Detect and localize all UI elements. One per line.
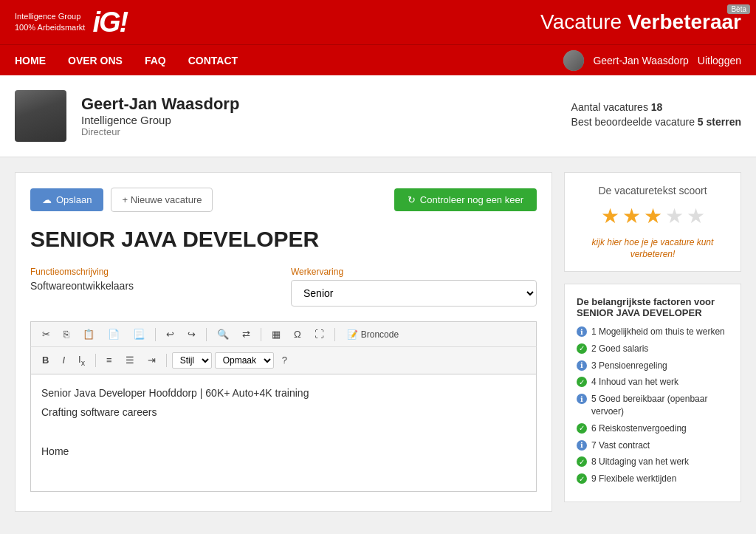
header-title: Vacature Verbeteraar — [540, 10, 741, 34]
nav-logout[interactable]: Uitloggen — [698, 55, 741, 66]
factors-list: ℹ1 Mogelijkheid om thuis te werken✓2 Goe… — [577, 326, 729, 485]
stars-row: ★ ★ ★ ★ ★ — [577, 204, 729, 228]
stat-vacatures: Aantal vacatures 18 — [571, 101, 741, 113]
copy-button[interactable]: ⎘ — [58, 326, 75, 342]
form-row: Functieomschrijving Softwareontwikkelaar… — [30, 267, 537, 307]
functie-label: Functieomschrijving — [30, 267, 276, 277]
find-button[interactable]: 🔍 — [212, 326, 234, 342]
opmaak-dropdown[interactable]: Opmaak — [215, 352, 274, 369]
code-icon: 📝 — [347, 329, 358, 340]
refresh-icon: ↻ — [408, 194, 416, 205]
undo-button[interactable]: ↩ — [161, 326, 179, 342]
factor-item: ℹ5 Goed bereikbaar (openbaar vervoer) — [577, 393, 729, 418]
factor-icon: ✓ — [577, 423, 587, 434]
functie-value: Softwareontwikkelaars — [30, 280, 276, 292]
profile-info: Geert-Jan Waasdorp Intelligence Group Di… — [81, 95, 512, 137]
divider4 — [334, 328, 335, 341]
redo-button[interactable]: ↪ — [182, 326, 201, 342]
logo-ig: iG! — [92, 7, 127, 38]
factor-text: 7 Vast contract — [591, 439, 729, 452]
factor-item: ℹ7 Vast contract — [577, 439, 729, 452]
editor-content[interactable]: Senior Java Developer Hoofddorp | 60K+ A… — [30, 374, 537, 492]
nav-over-ons[interactable]: OVER ONS — [68, 47, 123, 74]
factor-icon: ✓ — [577, 377, 587, 387]
star-4: ★ — [665, 204, 684, 228]
star-1: ★ — [601, 204, 619, 228]
nav-username: Geert-Jan Waasdorp — [593, 55, 688, 66]
right-panel: De vacaturetekst scoort ★ ★ ★ ★ ★ kijk h… — [564, 172, 741, 512]
factor-item: ✓2 Goed salaris — [577, 343, 729, 355]
factor-item: ✓4 Inhoud van het werk — [577, 376, 729, 388]
find-replace-button[interactable]: ⇄ — [237, 326, 255, 342]
avatar-image — [563, 50, 584, 71]
table-button[interactable]: ▦ — [267, 326, 286, 342]
profile-role: Directeur — [81, 126, 512, 137]
factor-text: 4 Inhoud van het werk — [591, 376, 729, 388]
star-5: ★ — [687, 204, 705, 228]
nav-left: HOME OVER ONS FAQ CONTACT — [15, 47, 238, 74]
factor-icon: ✓ — [577, 343, 587, 354]
editor-top-toolbar: ☁ Opslaan + Nieuwe vacature ↻ Controleer… — [30, 188, 537, 212]
top-header: Intelligence Group 100% Arbeidsmarkt iG!… — [0, 0, 756, 44]
logo-line2: 100% Arbeidsmarkt — [15, 22, 85, 33]
stat-best-rating: Best beoordeelde vacature 5 sterren — [571, 116, 741, 128]
functie-group: Functieomschrijving Softwareontwikkelaar… — [30, 267, 276, 307]
score-improve-link[interactable]: kijk hier hoe je je vacature kunt verbet… — [592, 237, 714, 259]
factor-icon: ℹ — [577, 326, 587, 337]
factor-text: 3 Pensioenregeling — [591, 360, 729, 372]
avatar — [563, 50, 584, 71]
divider3 — [261, 328, 261, 341]
unordered-list-button[interactable]: ☰ — [120, 352, 140, 368]
score-title: De vacaturetekst scoort — [577, 185, 729, 196]
strikethrough-button[interactable]: Ix — [73, 352, 90, 369]
rich-editor-toolbar-row2: B I Ix ≡ ☰ ⇥ Stijl Opmaak ? — [30, 346, 537, 374]
factor-text: 1 Mogelijkheid om thuis te werken — [591, 326, 729, 338]
special-char-button[interactable]: Ω — [289, 326, 306, 342]
profile-company: Intelligence Group — [81, 114, 512, 126]
style-dropdown[interactable]: Stijl — [172, 352, 212, 369]
fullscreen-button[interactable]: ⛶ — [309, 326, 329, 342]
factor-text: 9 Flexibele werktijden — [591, 473, 729, 485]
nav-home[interactable]: HOME — [15, 47, 46, 74]
check-button[interactable]: ↻ Controleer nog een keer — [394, 188, 537, 211]
nav-faq[interactable]: FAQ — [145, 47, 166, 74]
ordered-list-button[interactable]: ≡ — [101, 352, 117, 368]
content-line2: Crafting software careers — [41, 404, 526, 420]
score-card: De vacaturetekst scoort ★ ★ ★ ★ ★ kijk h… — [564, 172, 741, 272]
divider6 — [166, 354, 167, 367]
werkervaring-label: Werkervaring — [291, 267, 537, 277]
factor-icon: ✓ — [577, 456, 587, 467]
nav-bar: HOME OVER ONS FAQ CONTACT Geert-Jan Waas… — [0, 44, 756, 75]
factor-text: 2 Goed salaris — [591, 343, 729, 355]
bold-button[interactable]: B — [37, 352, 54, 368]
werkervaring-group: Werkervaring Junior Medior Senior Lead M… — [291, 267, 537, 307]
profile-name: Geert-Jan Waasdorp — [81, 95, 512, 114]
paste-word-button[interactable]: 📄 — [103, 326, 125, 342]
factor-icon: ✓ — [577, 473, 587, 484]
new-vacancy-button[interactable]: + Nieuwe vacature — [111, 188, 213, 212]
broncode-button[interactable]: 📝 Broncode — [340, 327, 405, 342]
vacancy-title: SENIOR JAVA DEVELOPER — [30, 227, 537, 252]
content-line4: Home — [41, 443, 526, 459]
factor-item: ℹ3 Pensioenregeling — [577, 360, 729, 372]
divider2 — [206, 328, 207, 341]
main-area: ☁ Opslaan + Nieuwe vacature ↻ Controleer… — [0, 157, 756, 527]
content-line3 — [41, 423, 526, 439]
werkervaring-select[interactable]: Junior Medior Senior Lead Manager — [291, 280, 537, 307]
profile-avatar-image — [15, 90, 66, 142]
cut-button[interactable]: ✂ — [37, 326, 55, 342]
indent-button[interactable]: ⇥ — [142, 352, 161, 368]
factor-text: 5 Goed bereikbaar (openbaar vervoer) — [591, 393, 729, 418]
profile-stats: Aantal vacatures 18 Best beoordeelde vac… — [571, 101, 741, 131]
paste-plain-button[interactable]: 📃 — [128, 326, 150, 342]
italic-button[interactable]: I — [57, 352, 70, 368]
save-icon: ☁ — [42, 194, 52, 205]
factors-card: De belangrijkste factoren voor SENIOR JA… — [564, 284, 741, 502]
save-button[interactable]: ☁ Opslaan — [30, 188, 103, 211]
help-button[interactable]: ? — [277, 352, 292, 368]
paste-text-button[interactable]: 📋 — [78, 326, 100, 342]
logo-line1: Intelligence Group — [15, 11, 85, 22]
divider5 — [95, 354, 96, 367]
factor-item: ℹ1 Mogelijkheid om thuis te werken — [577, 326, 729, 338]
nav-contact[interactable]: CONTACT — [188, 47, 238, 74]
